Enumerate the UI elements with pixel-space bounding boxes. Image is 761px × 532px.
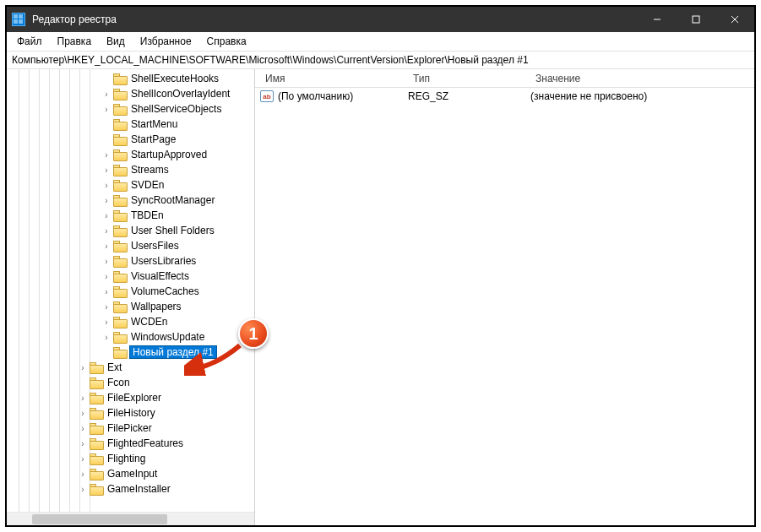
folder-icon (90, 362, 102, 372)
tree-node-label-editing[interactable]: Новый раздел #1 (129, 345, 217, 359)
expander-icon[interactable]: › (101, 90, 111, 99)
expander-icon[interactable]: › (78, 424, 88, 433)
column-value[interactable]: Значение (530, 71, 754, 86)
expander-icon[interactable]: › (78, 439, 88, 448)
expander-icon[interactable]: › (101, 150, 111, 160)
menu-view[interactable]: Вид (100, 34, 132, 49)
folder-icon (113, 119, 126, 129)
cell-value: (значение не присвоено) (530, 90, 754, 102)
folder-icon (113, 241, 126, 251)
expander-icon[interactable]: › (101, 166, 111, 175)
window-title: Редактор реестра (32, 14, 117, 25)
cell-name: (По умолчанию) (278, 90, 408, 102)
svg-rect-0 (14, 14, 18, 19)
tree-node[interactable]: ›VolumeCaches (7, 284, 254, 299)
tree-node[interactable]: ›GameInstaller (7, 481, 254, 497)
expander-icon[interactable]: › (101, 287, 111, 296)
tree-node[interactable]: ›Wallpapers (7, 299, 254, 314)
maximize-button[interactable] (677, 7, 715, 32)
column-name[interactable]: Имя (260, 71, 408, 86)
menu-favorites[interactable]: Избранное (133, 34, 198, 49)
expander-icon[interactable]: › (101, 257, 111, 266)
folder-icon (90, 469, 102, 479)
expander-icon[interactable]: › (101, 318, 111, 327)
tree-node[interactable]: ›VisualEffects (7, 269, 254, 284)
expander-icon[interactable]: › (101, 181, 111, 190)
tree-node[interactable]: ›StartupApproved (7, 147, 254, 162)
expander-icon[interactable]: › (78, 363, 88, 372)
tree-node[interactable]: StartPage (7, 132, 254, 147)
expander-icon[interactable]: › (78, 394, 88, 403)
menu-help[interactable]: Справка (200, 34, 253, 49)
tree-node[interactable]: ›Flighting (7, 451, 254, 466)
list-row[interactable]: ab (По умолчанию) REG_SZ (значение не пр… (255, 88, 754, 105)
tree-node[interactable]: ›Ext (7, 360, 254, 375)
expander-icon[interactable]: › (101, 211, 111, 220)
address-path: Компьютер\HKEY_LOCAL_MACHINE\SOFTWARE\Mi… (12, 54, 529, 66)
tree-node-label: Ext (106, 361, 123, 373)
tree-node-label: FileHistory (106, 407, 157, 419)
tree-node[interactable]: Новый раздел #1 (7, 345, 254, 360)
folder-icon (113, 165, 126, 175)
tree-node-label: VolumeCaches (129, 285, 201, 297)
folder-icon (113, 347, 126, 357)
tree-pane: ShellExecuteHooks›ShellIconOverlayIdent›… (7, 69, 255, 525)
menu-file[interactable]: Файл (10, 34, 49, 49)
column-type[interactable]: Тип (408, 71, 530, 86)
expander-icon[interactable]: › (101, 272, 111, 281)
folder-icon (90, 484, 102, 494)
scrollbar-thumb[interactable] (32, 514, 167, 524)
titlebar[interactable]: Редактор реестра (7, 7, 754, 32)
expander-icon[interactable]: › (101, 302, 111, 312)
tree-node[interactable]: ›Streams (7, 162, 254, 177)
tree-node[interactable]: ›GameInput (7, 466, 254, 481)
list-rows: ab (По умолчанию) REG_SZ (значение не пр… (255, 88, 754, 525)
tree-node[interactable]: ›User Shell Folders (7, 223, 254, 238)
expander-icon[interactable]: › (101, 105, 111, 114)
window: Редактор реестра Файл Правка Вид Избранн… (5, 5, 756, 527)
address-bar[interactable]: Компьютер\HKEY_LOCAL_MACHINE\SOFTWARE\Mi… (7, 52, 754, 69)
cell-type: REG_SZ (408, 90, 530, 102)
expander-icon[interactable]: › (101, 333, 111, 342)
horizontal-scrollbar[interactable] (7, 512, 254, 525)
tree-node-label: User Shell Folders (129, 225, 216, 236)
tree-node[interactable]: ›UsersFiles (7, 238, 254, 253)
tree-node[interactable]: ›ShellServiceObjects (7, 101, 254, 117)
expander-icon[interactable]: › (78, 485, 88, 494)
tree-node[interactable]: StartMenu (7, 117, 254, 132)
tree-node[interactable]: ›SVDEn (7, 177, 254, 193)
expander-icon[interactable]: › (78, 409, 88, 418)
folder-icon (113, 317, 126, 327)
tree-node[interactable]: Fcon (7, 375, 254, 390)
tree-node-label: UsersLibraries (129, 255, 198, 267)
tree-node[interactable]: ›FlightedFeatures (7, 436, 254, 451)
folder-icon (90, 408, 102, 418)
folder-icon (113, 225, 126, 236)
tree-node-label: ShellIconOverlayIdent (129, 88, 231, 100)
tree-node-label: StartMenu (129, 118, 179, 130)
menu-edit[interactable]: Правка (51, 34, 99, 49)
tree-node[interactable]: ›ShellIconOverlayIdent (7, 86, 254, 101)
tree-node[interactable]: ›SyncRootManager (7, 193, 254, 208)
folder-icon (90, 438, 102, 448)
minimize-button[interactable] (638, 7, 677, 32)
tree-node[interactable]: ›WCDEn (7, 314, 254, 329)
expander-icon[interactable]: › (101, 242, 111, 251)
tree-node[interactable]: ›FilePicker (7, 421, 254, 436)
expander-icon[interactable]: › (101, 196, 111, 205)
tree-node[interactable]: ShellExecuteHooks (7, 71, 254, 86)
tree-node-label: TBDEn (129, 209, 166, 221)
tree-node[interactable]: ›WindowsUpdate (7, 329, 254, 345)
tree-node[interactable]: ›TBDEn (7, 208, 254, 223)
tree-node[interactable]: ›FileExplorer (7, 390, 254, 405)
tree-node[interactable]: ›UsersLibraries (7, 253, 254, 269)
tree-node[interactable]: ›FileHistory (7, 405, 254, 421)
tree-node-label: Wallpapers (129, 301, 183, 312)
folder-icon (113, 210, 126, 220)
tree-node-label: Fcon (106, 377, 132, 388)
tree-node-label: ShellServiceObjects (129, 103, 223, 115)
expander-icon[interactable]: › (78, 454, 88, 464)
expander-icon[interactable]: › (101, 226, 111, 236)
expander-icon[interactable]: › (78, 470, 88, 479)
close-button[interactable] (715, 7, 754, 32)
